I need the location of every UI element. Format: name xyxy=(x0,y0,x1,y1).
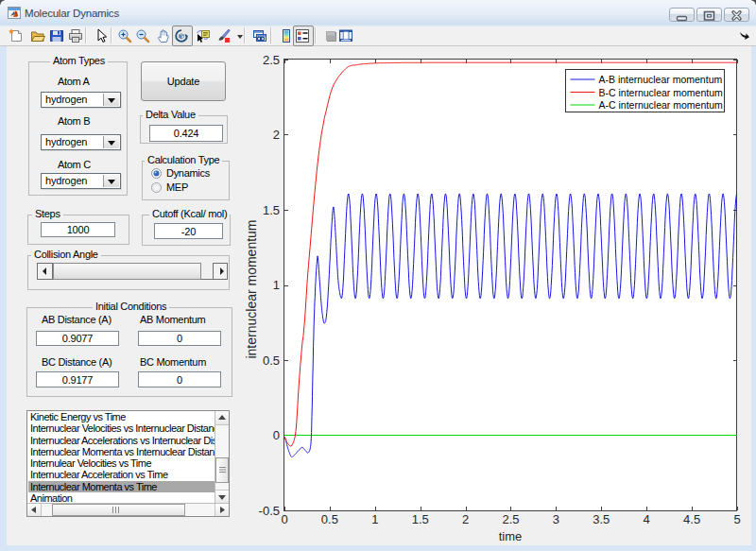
svg-text:4: 4 xyxy=(644,512,650,526)
svg-text:-0.5: -0.5 xyxy=(259,504,280,518)
svg-text:0: 0 xyxy=(273,428,280,442)
svg-text:B-C internuclear momentum: B-C internuclear momentum xyxy=(599,87,724,98)
svg-text:5: 5 xyxy=(733,512,740,526)
svg-text:time: time xyxy=(499,529,523,543)
svg-text:2: 2 xyxy=(462,512,469,526)
svg-text:1.5: 1.5 xyxy=(263,203,280,217)
svg-text:2.5: 2.5 xyxy=(502,512,519,526)
svg-text:internuclear momentum: internuclear momentum xyxy=(244,219,259,358)
svg-text:4.5: 4.5 xyxy=(683,512,700,526)
svg-text:1.5: 1.5 xyxy=(412,512,429,526)
svg-text:0.5: 0.5 xyxy=(321,512,338,526)
svg-text:0: 0 xyxy=(281,512,287,526)
svg-text:2.5: 2.5 xyxy=(263,53,280,67)
svg-text:3: 3 xyxy=(553,512,559,526)
svg-text:A-B internuclear momentum: A-B internuclear momentum xyxy=(599,74,723,85)
svg-text:0.5: 0.5 xyxy=(263,353,280,368)
svg-text:1: 1 xyxy=(273,278,280,292)
svg-text:1: 1 xyxy=(371,512,378,526)
svg-text:3.5: 3.5 xyxy=(593,512,610,526)
svg-text:2: 2 xyxy=(273,128,280,142)
svg-text:A-C internuclear momentum: A-C internuclear momentum xyxy=(599,99,724,111)
